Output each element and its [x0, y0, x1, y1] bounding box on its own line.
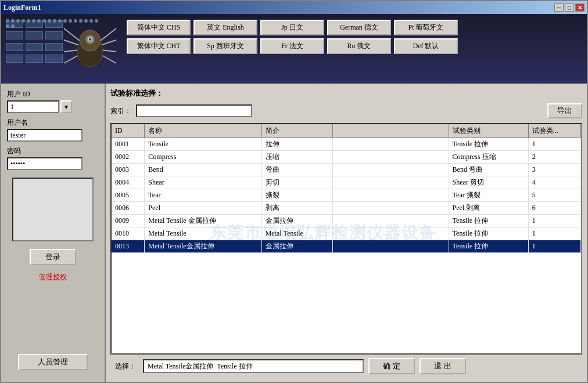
col-extra [332, 124, 449, 138]
lang-btn-fr[interactable]: Fr 法文 [260, 38, 324, 54]
password-input[interactable] [7, 157, 83, 170]
cell-category: Tensile 拉伸 [449, 138, 528, 151]
lang-btn-jp[interactable]: Jp 日文 [260, 20, 324, 35]
lang-btn-ru[interactable]: Ru 俄文 [327, 38, 391, 54]
cell-name: Bend [145, 164, 261, 176]
cell-extra [332, 240, 449, 253]
cell-desc: 压缩 [261, 151, 332, 164]
cell-num: 1 [528, 240, 580, 253]
panel-title: 试验标准选择： [110, 88, 582, 99]
cell-num: 6 [528, 202, 580, 215]
left-graphic [6, 17, 122, 81]
bottom-bar: 选择： 确 定 退 出 [110, 354, 582, 377]
user-id-input[interactable] [7, 100, 59, 113]
lang-btn-chs[interactable]: 简体中文 CHS [127, 20, 191, 35]
people-mgmt-button[interactable]: 人员管理 [18, 354, 88, 370]
cell-num: 1 [528, 227, 580, 240]
search-input[interactable] [136, 104, 252, 117]
cell-id: 0005 [112, 189, 145, 202]
lang-btn-sp[interactable]: Sp 西班牙文 [193, 38, 257, 54]
cell-desc: 剪切 [261, 176, 332, 189]
table-row[interactable]: 0009Metal Tensile 金属拉伸金属拉伸Tensile 拉伸1 [112, 215, 581, 227]
col-name: 名称 [145, 124, 261, 138]
cell-category: Tensile 拉伸 [449, 240, 528, 253]
cell-desc: 撕裂 [261, 189, 332, 202]
user-id-dropdown[interactable]: ▼ [60, 100, 72, 113]
table-row[interactable]: 0010Metal TensileMetal TensileTensile 拉伸… [112, 227, 581, 240]
cell-id: 0004 [112, 176, 145, 189]
confirm-button[interactable]: 确 定 [368, 358, 415, 374]
password-label: 密码 [7, 146, 99, 156]
title-bar: LoginForm1 ─ □ ✕ [1, 1, 587, 14]
standards-table: ID 名称 简介 试验类别 试验类... 0001Tensile拉伸Tensil… [112, 124, 581, 253]
cell-extra [332, 151, 449, 164]
col-num: 试验类... [528, 124, 580, 138]
close-button[interactable]: ✕ [575, 3, 585, 12]
register-link[interactable]: 管理授权 [7, 272, 99, 282]
cell-id: 0003 [112, 164, 145, 176]
table-header-row: ID 名称 简介 试验类别 试验类... [112, 124, 581, 138]
exit-button[interactable]: 退 出 [420, 358, 466, 374]
password-section: 密码 [7, 146, 99, 170]
col-category: 试验类别 [449, 124, 528, 138]
cell-extra [332, 176, 449, 189]
username-label: 用户名 [7, 118, 99, 128]
lang-btn-cht[interactable]: 繁体中文 CHT [127, 38, 191, 54]
right-panel: 试验标准选择： 索引： 导出 ID 名称 简介 试验类别 [106, 84, 587, 382]
cell-desc: Metal Tensile [261, 227, 332, 240]
cell-name: Metal Tensile 金属拉伸 [145, 215, 261, 227]
table-row[interactable]: 0003Bend弯曲Bend 弯曲3 [112, 164, 581, 176]
cell-name: Metal Tensile [145, 227, 261, 240]
table-row[interactable]: 0013Metal Tensile金属拉伸金属拉伸Tensile 拉伸1 [112, 240, 581, 253]
cell-extra [332, 138, 449, 151]
maximize-button[interactable]: □ [565, 3, 574, 12]
cell-extra [332, 189, 449, 202]
table-row[interactable]: 0002Compress压缩Compress 压缩2 [112, 151, 581, 164]
selected-value-input[interactable] [143, 359, 364, 373]
table-row[interactable]: 0005Tear撕裂Tear 撕裂5 [112, 189, 581, 202]
cell-id: 0002 [112, 151, 145, 164]
cell-num: 1 [528, 215, 580, 227]
top-area: 简体中文 CHS 英文 English Jp 日文 German 德文 Pt 葡… [1, 14, 587, 84]
col-desc: 简介 [261, 124, 332, 138]
cell-id: 0001 [112, 138, 145, 151]
export-button[interactable]: 导出 [547, 103, 582, 118]
language-buttons-area: 简体中文 CHS 英文 English Jp 日文 German 德文 Pt 葡… [127, 17, 582, 54]
cell-num: 3 [528, 164, 580, 176]
cell-extra [332, 227, 449, 240]
cell-id: 0013 [112, 240, 145, 253]
username-input[interactable] [7, 129, 83, 142]
cell-id: 0009 [112, 215, 145, 227]
standards-table-container[interactable]: ID 名称 简介 试验类别 试验类... 0001Tensile拉伸Tensil… [110, 123, 582, 354]
search-label: 索引： [110, 106, 131, 116]
login-button[interactable]: 登录 [30, 249, 76, 265]
cell-category: Tear 撕裂 [449, 189, 528, 202]
table-row[interactable]: 0006Peel剥离Peel 剥离6 [112, 202, 581, 215]
table-row[interactable]: 0004Shear剪切Shear 剪切4 [112, 176, 581, 189]
cell-name: Shear [145, 176, 261, 189]
lang-btn-de[interactable]: German 德文 [327, 20, 391, 35]
cell-num: 4 [528, 176, 580, 189]
table-row[interactable]: 0001Tensile拉伸Tensile 拉伸1 [112, 138, 581, 151]
lang-row-1: 简体中文 CHS 英文 English Jp 日文 German 德文 Pt 葡… [127, 20, 582, 35]
lang-btn-en[interactable]: 英文 English [193, 20, 257, 35]
logo-area [12, 178, 94, 241]
minimize-button[interactable]: ─ [554, 3, 564, 12]
main-content: 用户 ID ▼ 用户名 密码 登录 管理授权 人员管理 [1, 84, 587, 382]
username-section: 用户名 [7, 118, 99, 142]
main-window: LoginForm1 ─ □ ✕ [0, 0, 588, 383]
col-id: ID [112, 124, 145, 138]
cell-num: 5 [528, 189, 580, 202]
cell-name: Peel [145, 202, 261, 215]
grid-decoration [6, 20, 63, 63]
cell-id: 0006 [112, 202, 145, 215]
title-bar-buttons: ─ □ ✕ [554, 3, 585, 12]
lang-btn-def[interactable]: Def 默认 [394, 38, 458, 54]
cell-desc: 金属拉伸 [261, 240, 332, 253]
lang-btn-pt[interactable]: Pt 葡萄牙文 [394, 20, 458, 35]
cell-name: Tensile [145, 138, 261, 151]
user-id-section: 用户 ID ▼ [7, 89, 99, 113]
cell-name: Metal Tensile金属拉伸 [145, 240, 261, 253]
cell-id: 0010 [112, 227, 145, 240]
cell-desc: 金属拉伸 [261, 215, 332, 227]
